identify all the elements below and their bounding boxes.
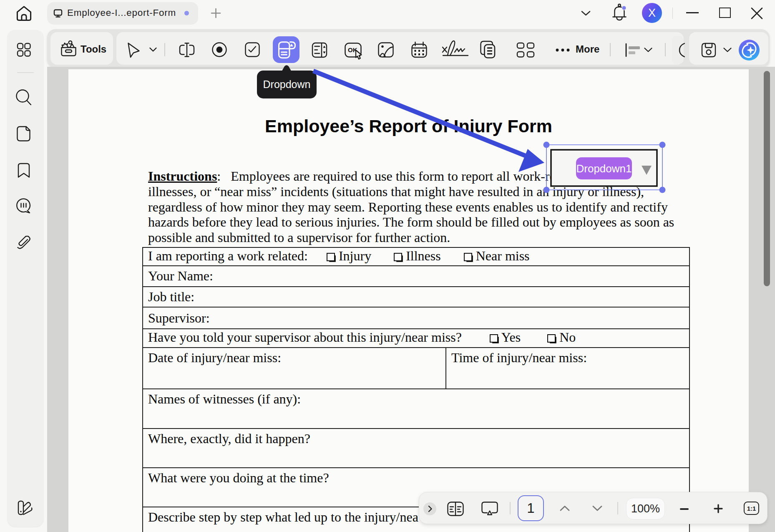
svg-text:Dropdown1: Dropdown1 bbox=[576, 162, 632, 175]
